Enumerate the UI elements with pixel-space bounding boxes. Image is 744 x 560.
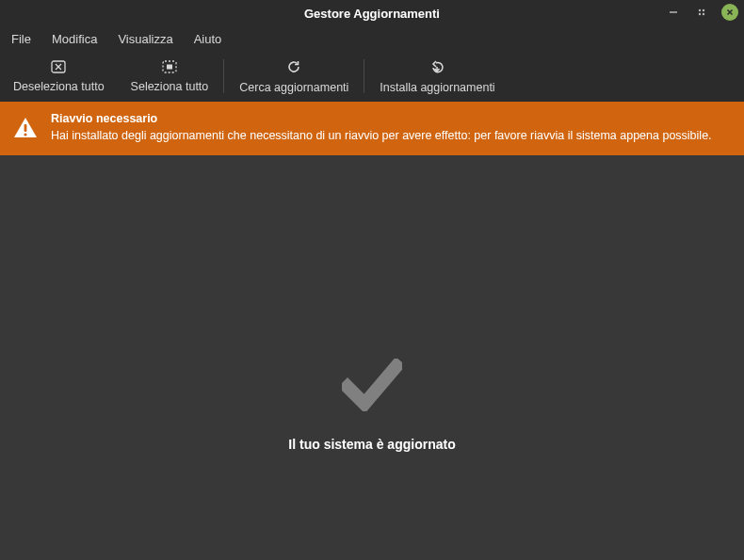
svg-rect-11 bbox=[167, 64, 172, 69]
main-content: Il tuo sistema è aggiornato bbox=[0, 155, 744, 560]
deselect-all-button[interactable]: Deseleziona tutto bbox=[0, 51, 118, 102]
refresh-label: Cerca aggiornamenti bbox=[239, 81, 348, 94]
svg-point-3 bbox=[699, 13, 701, 15]
toolbar-separator bbox=[223, 59, 224, 93]
install-button[interactable]: Installa aggiornamenti bbox=[366, 51, 508, 102]
refresh-button[interactable]: Cerca aggiornamenti bbox=[226, 51, 362, 102]
status-text: Il tuo sistema è aggiornato bbox=[288, 437, 455, 452]
svg-point-1 bbox=[699, 9, 701, 11]
menu-edit[interactable]: Modifica bbox=[48, 30, 101, 48]
check-icon bbox=[342, 359, 402, 414]
warning-icon bbox=[13, 117, 38, 142]
svg-point-14 bbox=[24, 133, 26, 136]
svg-point-4 bbox=[703, 13, 704, 15]
close-button[interactable] bbox=[721, 4, 738, 21]
install-icon bbox=[429, 59, 445, 77]
deselect-all-label: Deseleziona tutto bbox=[13, 80, 105, 93]
install-label: Installa aggiornamenti bbox=[380, 81, 494, 94]
refresh-icon bbox=[286, 59, 301, 77]
toolbar-separator bbox=[364, 59, 364, 93]
window-controls bbox=[665, 4, 738, 21]
menu-file[interactable]: File bbox=[8, 30, 35, 48]
svg-rect-13 bbox=[24, 124, 27, 132]
select-all-button[interactable]: Seleziona tutto bbox=[118, 51, 222, 102]
deselect-icon bbox=[51, 60, 66, 76]
select-all-icon bbox=[162, 60, 177, 76]
banner-text: Riavvio necessario Hai installato degli … bbox=[51, 111, 712, 144]
banner-message: Hai installato degli aggiornamenti che n… bbox=[51, 129, 712, 142]
restart-banner: Riavvio necessario Hai installato degli … bbox=[0, 102, 744, 155]
toolbar: Deseleziona tutto Seleziona tutto Cerca … bbox=[0, 51, 744, 102]
titlebar: Gestore Aggiornamenti bbox=[0, 0, 744, 26]
maximize-button[interactable] bbox=[693, 4, 710, 21]
menu-help[interactable]: Aiuto bbox=[190, 30, 226, 48]
window-title: Gestore Aggiornamenti bbox=[304, 7, 440, 21]
select-all-label: Seleziona tutto bbox=[131, 80, 209, 93]
banner-title: Riavvio necessario bbox=[51, 111, 712, 128]
svg-point-2 bbox=[703, 9, 704, 11]
minimize-button[interactable] bbox=[665, 4, 682, 21]
menubar: File Modifica Visualizza Aiuto bbox=[0, 26, 744, 51]
menu-view[interactable]: Visualizza bbox=[114, 30, 176, 48]
